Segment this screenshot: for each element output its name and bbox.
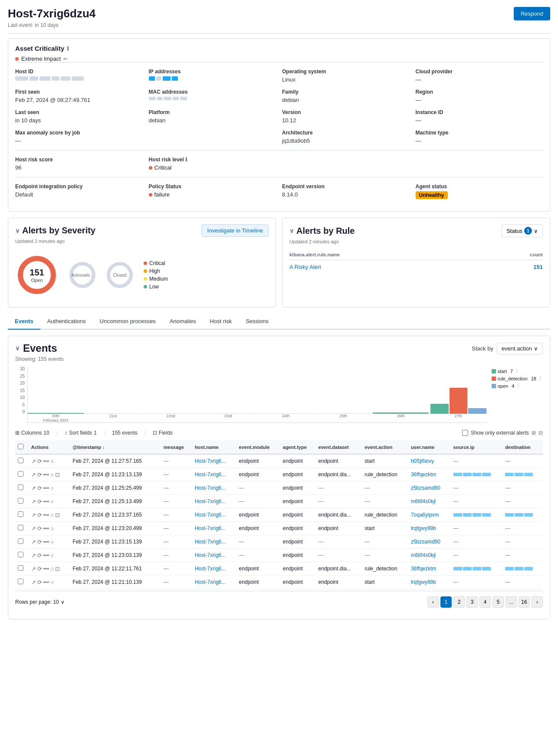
- columns-button[interactable]: ⊞ Columns 10: [15, 430, 49, 436]
- action-expand-icon[interactable]: ↗: [31, 485, 36, 491]
- action-timeline-icon[interactable]: ○: [50, 458, 54, 465]
- hostname-link[interactable]: Host-7xrig6...: [195, 471, 226, 478]
- page-3-button[interactable]: 3: [466, 596, 478, 608]
- action-doc-icon[interactable]: ⊡: [55, 566, 60, 572]
- action-more-icon[interactable]: •••: [43, 566, 49, 572]
- tab-anomalies[interactable]: Anomalies: [163, 314, 203, 330]
- row-checkbox-0[interactable]: [18, 458, 23, 463]
- row-checkbox-2[interactable]: [18, 484, 23, 490]
- action-more-icon[interactable]: •••: [43, 539, 49, 545]
- hostname-link[interactable]: Host-7xrig6...: [195, 566, 226, 572]
- tab-sessions[interactable]: Sessions: [239, 314, 276, 330]
- username-link[interactable]: 36ffqezktm: [411, 471, 436, 478]
- page-2-button[interactable]: 2: [453, 596, 465, 608]
- action-more-icon[interactable]: •••: [43, 498, 49, 505]
- tab-authentications[interactable]: Authentications: [40, 314, 93, 330]
- row-checkbox-8[interactable]: [18, 565, 23, 571]
- username-link[interactable]: z5bzsamd90: [411, 539, 440, 545]
- page-last-button[interactable]: 16: [519, 596, 530, 608]
- tab-host-risk[interactable]: Host risk: [203, 314, 239, 330]
- action-more-icon[interactable]: •••: [43, 512, 49, 518]
- hostname-link[interactable]: Host-7xrig6...: [195, 525, 226, 531]
- action-timeline-icon[interactable]: ○: [50, 552, 54, 559]
- action-graph-icon[interactable]: ⟳: [37, 512, 42, 518]
- action-graph-icon[interactable]: ⟳: [37, 498, 42, 505]
- hostname-link[interactable]: Host-7xrig6...: [195, 512, 226, 518]
- action-graph-icon[interactable]: ⟳: [37, 566, 42, 572]
- page-4-button[interactable]: 4: [479, 596, 491, 608]
- select-all-checkbox[interactable]: [18, 444, 23, 449]
- action-graph-icon[interactable]: ⟳: [37, 552, 42, 559]
- action-timeline-icon[interactable]: ○: [50, 525, 54, 532]
- stack-by-select[interactable]: event.action ∨: [497, 343, 543, 354]
- action-graph-icon[interactable]: ⟳: [37, 485, 42, 491]
- action-more-icon[interactable]: •••: [43, 458, 49, 465]
- row-checkbox-1[interactable]: [18, 471, 23, 477]
- action-more-icon[interactable]: •••: [43, 471, 49, 478]
- info-icon[interactable]: ℹ: [67, 46, 69, 52]
- hostname-link[interactable]: Host-7xrig6...: [195, 498, 226, 504]
- hostname-link[interactable]: Host-7xrig6...: [195, 552, 226, 558]
- username-link[interactable]: h05ji6iovy: [411, 458, 434, 464]
- row-checkbox-7[interactable]: [18, 552, 23, 557]
- chevron-down-icon[interactable]: ∨: [15, 227, 20, 234]
- action-graph-icon[interactable]: ⟳: [37, 458, 42, 465]
- hostname-link[interactable]: Host-7xrig6...: [195, 485, 226, 491]
- page-1-button[interactable]: 1: [440, 596, 452, 608]
- username-link[interactable]: 36ffqezktm: [411, 566, 436, 572]
- action-expand-icon[interactable]: ↗: [31, 566, 36, 572]
- username-link[interactable]: m66f4s0kjl: [411, 552, 436, 558]
- next-page-button[interactable]: ›: [532, 596, 543, 608]
- action-more-icon[interactable]: •••: [43, 579, 49, 586]
- chart-menu-open[interactable]: ⋮: [516, 383, 521, 389]
- action-expand-icon[interactable]: ↗: [31, 471, 36, 478]
- action-expand-icon[interactable]: ↗: [31, 525, 36, 532]
- chevron-down-icon2[interactable]: ∨: [289, 227, 294, 234]
- chart-menu-start[interactable]: ⋮: [515, 368, 519, 374]
- action-expand-icon[interactable]: ↗: [31, 512, 36, 518]
- tab-events[interactable]: Events: [8, 314, 40, 330]
- row-checkbox-9[interactable]: [18, 579, 23, 584]
- action-more-icon[interactable]: •••: [43, 485, 49, 491]
- action-timeline-icon[interactable]: ○: [50, 471, 54, 478]
- action-expand-icon[interactable]: ↗: [31, 458, 36, 465]
- status-button[interactable]: Status 1 ∨: [502, 224, 543, 237]
- action-expand-icon[interactable]: ↗: [31, 579, 36, 586]
- sort-fields-button[interactable]: ↕ Sort fields 1: [65, 430, 97, 436]
- investigate-timeline-button[interactable]: Investigate in Timeline: [201, 224, 269, 237]
- edit-icon[interactable]: ✏: [63, 56, 68, 62]
- action-expand-icon[interactable]: ↗: [31, 498, 36, 505]
- hostname-link[interactable]: Host-7xrig6...: [195, 579, 226, 585]
- prev-page-button[interactable]: ‹: [427, 596, 439, 608]
- action-more-icon[interactable]: •••: [43, 552, 49, 559]
- action-timeline-icon[interactable]: ○: [50, 579, 54, 586]
- action-doc-icon[interactable]: ⊡: [55, 512, 60, 518]
- username-link[interactable]: lrqfgwy99b: [411, 525, 436, 531]
- chart-menu-rule[interactable]: ⋮: [538, 376, 543, 381]
- row-checkbox-5[interactable]: [18, 525, 23, 530]
- hostname-link[interactable]: Host-7xrig6...: [195, 458, 226, 464]
- action-more-icon[interactable]: •••: [43, 525, 49, 532]
- username-link[interactable]: 7oqa6ylpvm: [411, 512, 439, 518]
- action-timeline-icon[interactable]: ○: [50, 485, 54, 491]
- action-graph-icon[interactable]: ⟳: [37, 525, 42, 532]
- username-link[interactable]: z5bzsamd90: [411, 485, 440, 491]
- action-expand-icon[interactable]: ↗: [31, 552, 36, 559]
- hostname-link[interactable]: Host-7xrig6...: [195, 539, 226, 545]
- fields-button[interactable]: ⊡ Fields: [153, 430, 173, 436]
- rows-per-page[interactable]: Rows per page: 10 ∨: [15, 599, 65, 605]
- username-link[interactable]: lrqfgwy99b: [411, 579, 436, 585]
- action-timeline-icon[interactable]: ○: [50, 512, 54, 518]
- action-graph-icon[interactable]: ⟳: [37, 539, 42, 545]
- show-external-checkbox[interactable]: [462, 430, 468, 436]
- risk-info-icon[interactable]: ℹ: [185, 157, 187, 163]
- respond-button[interactable]: Respond: [514, 7, 550, 20]
- action-timeline-icon[interactable]: ○: [50, 539, 54, 545]
- action-doc-icon[interactable]: ⊡: [55, 471, 60, 478]
- username-link[interactable]: m66f4s0kjl: [411, 498, 436, 504]
- row-checkbox-3[interactable]: [18, 498, 23, 504]
- action-timeline-icon[interactable]: ○: [50, 566, 54, 572]
- row-checkbox-4[interactable]: [18, 511, 23, 517]
- page-5-button[interactable]: 5: [492, 596, 504, 608]
- events-chevron-icon[interactable]: ∨: [15, 345, 20, 352]
